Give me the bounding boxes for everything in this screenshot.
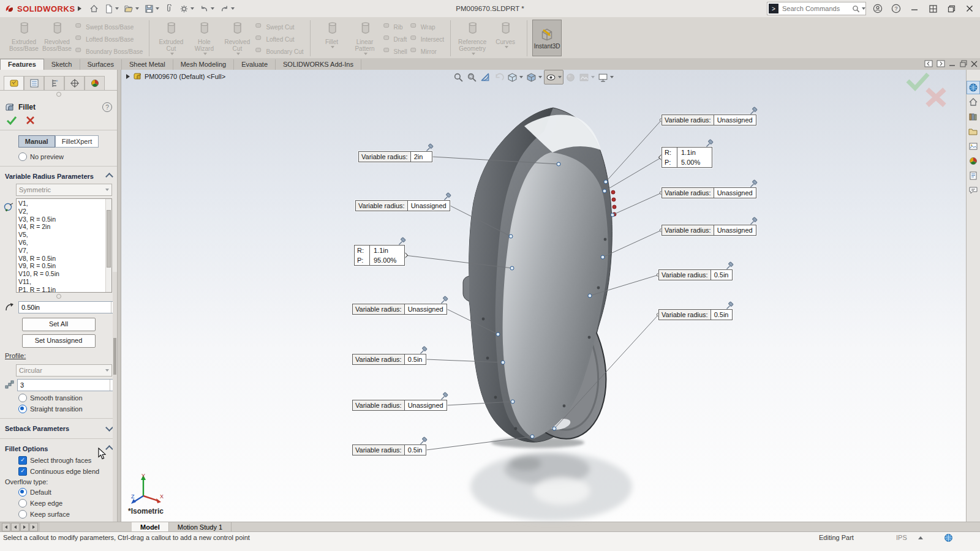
chevron-down-icon[interactable] [331,46,334,48]
appearances-scenes-button[interactable] [967,154,980,168]
callout-value[interactable]: 1.1in [677,148,712,157]
scroll-first-button[interactable] [2,523,10,531]
ribbon-button-boundary-boss-base[interactable]: Boundary Boss/Base [74,46,144,57]
displaymanager-tab[interactable] [85,76,105,90]
vertex-radius-list[interactable]: V1,V2,V3, R = 0.5inV4, R = 2inV5,V6,V7,V… [16,198,112,293]
callout-value[interactable]: 0.5in [405,445,426,455]
solidworks-resources-button[interactable] [967,81,980,94]
ribbon-button-lofted-cut[interactable]: Lofted Cut [254,34,304,45]
variable-radius-parameters-header[interactable]: Variable Radius Parameters [0,170,117,182]
panel-collapse-handle[interactable] [56,92,61,97]
variable-radius-callout[interactable]: Variable radius:Unassigned [662,187,756,198]
variable-radius-callout[interactable]: Variable radius:2in [358,151,432,162]
checkbox-icon[interactable]: ✓ [18,456,27,465]
maximize-button[interactable] [926,2,940,15]
transition-radio[interactable] [18,405,27,413]
unit-system[interactable]: IPS [896,534,907,541]
pushpin-icon[interactable] [706,139,714,149]
callout-value[interactable]: 5.00% [677,157,712,167]
callout-value[interactable]: 95.00% [370,255,404,265]
unit-system-caret[interactable] [918,536,923,539]
callout-value[interactable]: 0.5in [405,354,426,364]
ribbon-button-curves[interactable]: Curves [489,20,522,48]
chevron-down-icon[interactable] [519,76,523,78]
tab-sheet-metal[interactable]: Sheet Metal [122,59,173,70]
overflow-radio[interactable] [18,510,27,519]
view-orientation-button[interactable] [506,70,524,84]
search-commands-box[interactable]: > [767,2,866,15]
vertex-list-item[interactable]: V4, R = 2in [18,223,111,231]
pushpin-icon[interactable] [750,179,758,189]
ribbon-button-swept-boss-base[interactable]: Swept Boss/Base [74,21,144,32]
chevron-down-icon[interactable] [558,76,562,78]
pushpin-icon[interactable] [426,143,434,153]
radius-input[interactable] [19,304,111,311]
callout-value[interactable]: 2in [411,152,432,162]
zoom-area-button[interactable] [466,70,478,84]
graphics-viewport[interactable]: PM009670 (Default) <Full> *Isometric [121,70,966,522]
chevron-down-icon[interactable] [364,53,368,55]
tab-mesh-modeling[interactable]: Mesh Modeling [173,59,235,70]
doc-close-icon[interactable] [971,59,978,70]
redo-button[interactable] [218,2,236,15]
callout-value[interactable]: Unassigned [408,201,450,211]
variable-radius-callout[interactable]: Variable radius:0.5in [352,354,426,365]
chevron-down-icon[interactable] [505,46,508,48]
overflow-radio[interactable] [18,488,27,497]
pushpin-icon[interactable] [726,261,734,271]
display-style-button[interactable] [525,70,543,84]
variable-radius-callout[interactable]: Variable radius:Unassigned [355,200,450,211]
variable-radius-callout[interactable]: Variable radius:Unassigned [662,114,756,126]
chevron-down-icon[interactable] [211,7,214,10]
ribbon-button-mirror[interactable]: Mirror [409,46,445,57]
tab-surfaces[interactable]: Surfaces [80,59,122,70]
instant3d-button[interactable]: Instant3D [532,20,562,56]
chevron-down-icon[interactable] [156,7,159,10]
panel-scrollbar[interactable] [113,272,117,522]
ribbon-button-extruded-boss-base[interactable]: Extruded Boss/Base [7,20,40,52]
search-input[interactable] [781,4,852,13]
instance-count-field[interactable] [17,379,118,391]
set-unassigned-button[interactable]: Set Unassigned [22,334,96,348]
ribbon-button-hole-wizard[interactable]: Hole Wizard [187,20,221,55]
featuremanager-tab[interactable] [24,76,44,90]
variable-radius-callout[interactable]: Variable radius:0.5in [658,309,733,320]
solidworks-forum-button[interactable] [967,184,980,197]
chevron-down-icon[interactable] [472,53,475,55]
zoom-fit-button[interactable] [452,70,465,84]
filletxpert-mode-button[interactable]: FilletXpert [55,135,99,148]
ok-button[interactable] [6,116,17,126]
tab-features[interactable]: Features [0,59,44,70]
doc-restore-icon[interactable] [960,59,967,70]
variable-radius-callout[interactable]: Variable radius:0.5in [352,444,426,455]
callout-value[interactable]: Unassigned [714,225,756,235]
checkbox-icon[interactable]: ✓ [18,467,27,476]
ribbon-button-fillet[interactable]: Fillet [315,20,349,48]
vertex-list-item[interactable]: V10, R = 0.5in [18,270,111,278]
chevron-down-icon[interactable] [115,7,119,10]
radius-position-callout[interactable]: R:1.1inP:95.00% [354,245,405,266]
callout-value[interactable]: Unassigned [714,188,756,198]
ribbon-button-lofted-boss-base[interactable]: Lofted Boss/Base [74,34,144,45]
callout-value[interactable]: Unassigned [714,115,756,125]
home-button[interactable] [967,96,980,109]
pushpin-icon[interactable] [440,392,449,402]
home-button[interactable] [88,2,100,15]
custom-properties-button[interactable] [967,169,980,182]
vertex-list-item[interactable]: V6, [18,239,111,247]
tab-solidworks-add-ins[interactable]: SOLIDWORKS Add-Ins [276,59,361,70]
undo-button[interactable] [198,2,216,15]
menu-expand-arrow[interactable] [78,6,81,11]
callout-value[interactable]: Unassigned [405,304,447,314]
chevron-down-icon[interactable] [231,7,235,10]
chevron-down-icon[interactable] [203,53,207,55]
motion-study-tab[interactable]: Motion Study 1 [169,522,232,532]
section-view-button[interactable] [479,70,492,84]
vertex-list-item[interactable]: V5, [18,231,111,239]
propertymanager-tab[interactable] [4,76,24,90]
model-tab[interactable]: Model [132,522,169,532]
overflow-radio[interactable] [18,499,27,508]
pushpin-icon[interactable] [443,192,452,202]
collapse-pane-right-icon[interactable] [937,59,945,70]
scroll-last-button[interactable] [29,523,38,531]
